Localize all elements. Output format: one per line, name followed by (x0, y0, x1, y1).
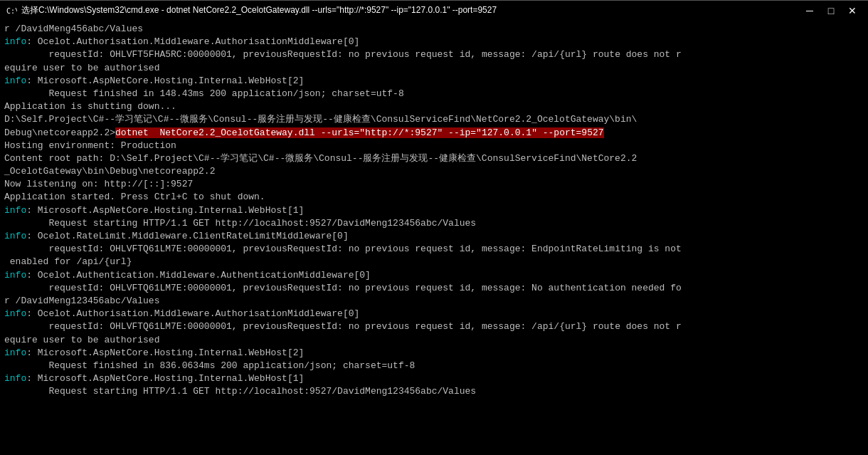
terminal-line: r /DavidMeng456abc/Values (4, 23, 864, 36)
terminal-line: info: Microsoft.AspNetCore.Hosting.Inter… (4, 372, 864, 385)
terminal-line: info: Ocelot.RateLimit.Middleware.Client… (4, 230, 864, 243)
terminal-line: info: Microsoft.AspNetCore.Hosting.Inter… (4, 75, 864, 88)
title-bar-controls: ─ □ ✕ (800, 3, 862, 19)
minimize-button[interactable]: ─ (800, 3, 820, 19)
terminal-line: info: Ocelot.Authorisation.Middleware.Au… (4, 36, 864, 48)
terminal-line: requestId: OHLVFTQ61LM7E:00000001, previ… (4, 282, 864, 295)
maximize-button[interactable]: □ (821, 3, 841, 19)
terminal-line: requestId: OHLVFTQ61LM7E:00000001, previ… (4, 243, 864, 256)
terminal-line: Content root path: D:\Self.Project\C#--学… (4, 152, 864, 165)
terminal-line: requestId: OHLVFT5FHA5RC:00000001, previ… (4, 48, 864, 61)
terminal-line: equire user to be authorised (4, 62, 864, 75)
title-bar-text: 选择C:\Windows\System32\cmd.exe - dotnet N… (21, 4, 795, 16)
terminal-line: r /DavidMeng123456abc/Values (4, 295, 864, 308)
terminal-line: equire user to be authorised (4, 334, 864, 347)
title-bar: C:\ 选择C:\Windows\System32\cmd.exe - dotn… (0, 0, 868, 20)
terminal-line: Application started. Press Ctrl+C to shu… (4, 191, 864, 204)
terminal-line: Request finished in 148.43ms 200 applica… (4, 88, 864, 100)
terminal-line: Application is shutting down... (4, 100, 864, 113)
close-button[interactable]: ✕ (842, 3, 862, 19)
terminal-output: r /DavidMeng456abc/Valuesinfo: Ocelot.Au… (0, 20, 868, 455)
terminal-line: info: Microsoft.AspNetCore.Hosting.Inter… (4, 204, 864, 217)
terminal-line: D:\Self.Project\C#--学习笔记\C#--微服务\Consul-… (4, 113, 864, 126)
terminal-line: enabled for /api/{url} (4, 256, 864, 268)
terminal-line: Now listening on: http://[::]:9527 (4, 178, 864, 191)
terminal-line: Request finished in 836.0634ms 200 appli… (4, 360, 864, 372)
terminal-line: Hosting environment: Production (4, 140, 864, 152)
terminal-line: _OcelotGateway\bin\Debug\netcoreapp2.2 (4, 165, 864, 178)
terminal-line: Request starting HTTP/1.1 GET http://loc… (4, 217, 864, 230)
svg-text:C:\: C:\ (6, 7, 17, 15)
terminal-line: info: Ocelot.Authorisation.Middleware.Au… (4, 308, 864, 320)
terminal-line: info: Microsoft.AspNetCore.Hosting.Inter… (4, 347, 864, 360)
cmd-icon: C:\ (6, 5, 17, 16)
terminal-line: info: Ocelot.Authentication.Middleware.A… (4, 269, 864, 282)
terminal-line: requestId: OHLVFTQ61LM7E:00000001, previ… (4, 320, 864, 333)
terminal-line: Request starting HTTP/1.1 GET http://loc… (4, 385, 864, 398)
terminal-line: Debug\netcoreapp2.2>dotnet NetCore2.2_Oc… (4, 127, 864, 140)
